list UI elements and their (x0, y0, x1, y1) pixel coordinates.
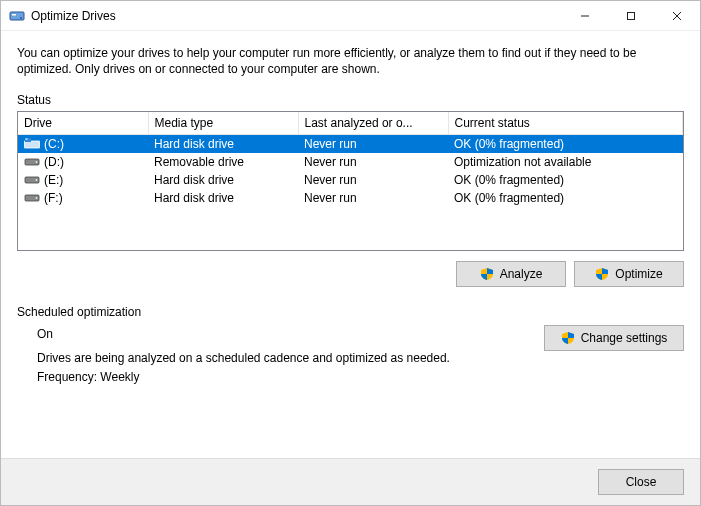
change-settings-button[interactable]: Change settings (544, 325, 684, 351)
svg-point-15 (36, 197, 38, 199)
drive-media: Hard disk drive (148, 135, 298, 154)
shield-icon (480, 267, 494, 281)
content-area: You can optimize your drives to help you… (1, 31, 700, 458)
column-header-media[interactable]: Media type (148, 112, 298, 135)
svg-rect-1 (12, 14, 16, 16)
drive-icon (24, 138, 40, 150)
svg-rect-0 (10, 12, 24, 20)
table-row[interactable]: (E:)Hard disk driveNever runOK (0% fragm… (18, 171, 683, 189)
svg-rect-4 (628, 12, 635, 19)
drives-table: Drive Media type Last analyzed or o... C… (18, 112, 683, 207)
footer-bar: Close (1, 458, 700, 505)
close-button[interactable]: Close (598, 469, 684, 495)
column-header-drive[interactable]: Drive (18, 112, 148, 135)
close-button-label: Close (626, 475, 657, 489)
svg-point-13 (36, 179, 38, 181)
drive-last-analyzed: Never run (298, 135, 448, 154)
drive-status: OK (0% fragmented) (448, 135, 683, 154)
optimize-button-label: Optimize (615, 267, 662, 281)
svg-point-11 (36, 161, 38, 163)
drive-last-analyzed: Never run (298, 189, 448, 207)
drive-name: (F:) (44, 191, 63, 205)
drive-name: (C:) (44, 137, 64, 151)
svg-rect-7 (24, 141, 40, 148)
shield-icon (595, 267, 609, 281)
column-header-status[interactable]: Current status (448, 112, 683, 135)
scheduled-optimization-section: Scheduled optimization On Drives are bei… (17, 305, 684, 387)
drive-icon (24, 174, 40, 186)
drive-icon (24, 156, 40, 168)
app-drive-icon (9, 8, 25, 24)
analyze-optimize-row: Analyze Optimize (17, 261, 684, 287)
table-row[interactable]: (D:)Removable driveNever runOptimization… (18, 153, 683, 171)
maximize-button[interactable] (608, 1, 654, 31)
minimize-button[interactable] (562, 1, 608, 31)
analyze-button[interactable]: Analyze (456, 261, 566, 287)
drives-table-container: Drive Media type Last analyzed or o... C… (17, 111, 684, 251)
svg-point-2 (20, 17, 22, 19)
drive-status: OK (0% fragmented) (448, 189, 683, 207)
drive-media: Hard disk drive (148, 189, 298, 207)
analyze-button-label: Analyze (500, 267, 543, 281)
description-text: You can optimize your drives to help you… (17, 45, 684, 77)
svg-rect-9 (26, 139, 28, 140)
window-title: Optimize Drives (31, 9, 116, 23)
shield-icon (561, 331, 575, 345)
drive-media: Hard disk drive (148, 171, 298, 189)
table-row[interactable]: (C:)Hard disk driveNever runOK (0% fragm… (18, 135, 683, 154)
drive-icon (24, 192, 40, 204)
drive-media: Removable drive (148, 153, 298, 171)
schedule-description: Drives are being analyzed on a scheduled… (37, 349, 528, 368)
schedule-frequency: Frequency: Weekly (37, 368, 528, 387)
drive-name: (E:) (44, 173, 63, 187)
drive-name: (D:) (44, 155, 64, 169)
drive-status: Optimization not available (448, 153, 683, 171)
drive-last-analyzed: Never run (298, 171, 448, 189)
column-header-last[interactable]: Last analyzed or o... (298, 112, 448, 135)
scheduled-optimization-label: Scheduled optimization (17, 305, 684, 319)
table-row[interactable]: (F:)Hard disk driveNever runOK (0% fragm… (18, 189, 683, 207)
close-window-button[interactable] (654, 1, 700, 31)
status-label: Status (17, 93, 684, 107)
optimize-button[interactable]: Optimize (574, 261, 684, 287)
drive-last-analyzed: Never run (298, 153, 448, 171)
change-settings-label: Change settings (581, 331, 668, 345)
schedule-state: On (37, 325, 528, 344)
drive-status: OK (0% fragmented) (448, 171, 683, 189)
titlebar: Optimize Drives (1, 1, 700, 31)
